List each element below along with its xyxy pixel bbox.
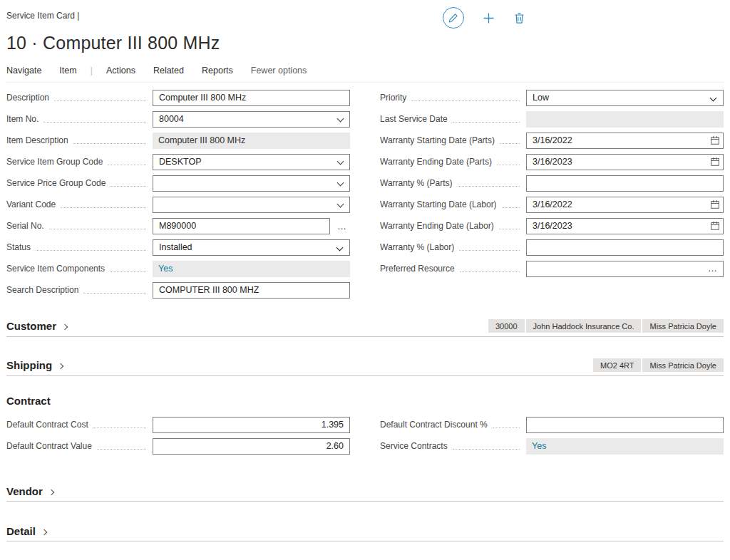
service-item-components-field: Yes — [153, 261, 350, 277]
field-label: Item Description — [6, 135, 68, 145]
field-label: Warranty Ending Date (Parts) — [380, 157, 492, 167]
dotted-leader — [497, 159, 520, 165]
section-divider — [6, 501, 724, 502]
field-label: Last Service Date — [380, 114, 448, 124]
menu-separator: | — [91, 66, 93, 76]
search-description-input[interactable] — [153, 282, 350, 299]
field-row-warranty-starting-date-labor: Warranty Starting Date (Labor) — [380, 194, 724, 215]
description-input[interactable] — [153, 90, 350, 106]
field-row-item-no: Item No. — [6, 108, 350, 130]
section-detail: Detail — [6, 525, 724, 541]
menu-item-actions[interactable]: Actions — [106, 66, 135, 76]
dotted-leader — [499, 223, 520, 229]
section-divider — [6, 336, 724, 337]
section-contract: Contract Default Contract Cost Default C… — [6, 395, 724, 457]
menu-item-navigate[interactable]: Navigate — [6, 66, 41, 76]
priority-select[interactable]: Low — [526, 90, 724, 106]
service-item-components-link[interactable]: Yes — [158, 264, 173, 274]
field-row-warranty-pct-labor: Warranty % (Labor) — [380, 237, 724, 258]
field-label: Preferred Resource — [380, 264, 455, 274]
field-row-search-description: Search Description — [6, 279, 350, 301]
section-header: Vendor — [6, 485, 724, 497]
item-no-input[interactable] — [153, 111, 350, 128]
shipping-contact-badge[interactable]: Miss Patricia Doyle — [642, 358, 724, 372]
chevron-right-icon — [58, 363, 63, 368]
field-label: Description — [6, 93, 49, 103]
variant-code-input[interactable] — [153, 197, 350, 213]
section-vendor: Vendor — [6, 485, 724, 502]
section-title-vendor[interactable]: Vendor — [6, 485, 43, 497]
calendar-icon[interactable] — [710, 221, 720, 231]
dotted-leader — [36, 244, 146, 251]
dotted-leader — [502, 202, 520, 208]
warranty-ending-date-parts-input[interactable] — [526, 154, 724, 170]
status-select[interactable]: Installed — [153, 239, 350, 256]
service-contracts-link[interactable]: Yes — [532, 441, 546, 451]
assist-edit-icon[interactable]: … — [708, 263, 718, 274]
contract-left-column: Default Contract Cost Default Contract V… — [6, 414, 350, 457]
warranty-pct-parts-input[interactable] — [526, 175, 724, 192]
add-icon[interactable] — [483, 12, 495, 24]
service-price-group-code-input[interactable] — [153, 175, 350, 192]
field-label: Default Contract Value — [6, 441, 92, 451]
field-label: Serial No. — [6, 221, 44, 231]
dotted-leader — [110, 266, 146, 272]
field-row-service-price-group-code: Service Price Group Code — [6, 172, 350, 194]
field-label: Warranty Starting Date (Parts) — [380, 135, 495, 145]
default-contract-cost-input[interactable] — [153, 417, 350, 433]
card-action-icons — [443, 7, 525, 28]
serial-no-input[interactable] — [153, 218, 330, 234]
delete-icon[interactable] — [513, 12, 525, 24]
service-item-group-code-input[interactable] — [153, 154, 350, 170]
preferred-resource-input[interactable] — [526, 261, 724, 277]
assist-edit-icon[interactable]: … — [337, 221, 347, 232]
select-value: Installed — [159, 242, 192, 252]
calendar-icon[interactable] — [710, 157, 720, 167]
dotted-leader — [97, 443, 146, 450]
service-item-card-page: Service Item Card | 10 · Computer III 80… — [0, 0, 730, 541]
shipping-postcode-badge[interactable]: MO2 4RT — [593, 358, 641, 372]
calendar-icon[interactable] — [710, 199, 720, 209]
chevron-right-icon — [41, 529, 47, 534]
customer-name-badge[interactable]: John Haddock Insurance Co. — [526, 319, 642, 333]
warranty-pct-labor-input[interactable] — [526, 239, 724, 256]
menu-item-fewer-options[interactable]: Fewer options — [251, 66, 307, 76]
menu-item-item[interactable]: Item — [59, 66, 76, 76]
dotted-leader — [453, 443, 520, 450]
customer-contact-badge[interactable]: Miss Patricia Doyle — [642, 319, 724, 333]
field-label: Service Contracts — [380, 441, 448, 451]
section-title-contract[interactable]: Contract — [6, 395, 51, 407]
default-contract-discount-input[interactable] — [526, 417, 724, 433]
warranty-ending-date-labor-input[interactable] — [526, 218, 724, 234]
field-label: Warranty Ending Date (Labor) — [380, 221, 494, 231]
warranty-starting-date-parts-input[interactable] — [526, 133, 724, 149]
section-title-customer[interactable]: Customer — [6, 320, 56, 332]
field-label: Priority — [380, 93, 406, 103]
section-title-detail[interactable]: Detail — [6, 525, 36, 537]
dotted-leader — [108, 159, 146, 165]
customer-no-badge[interactable]: 30000 — [488, 319, 525, 333]
contract-right-column: Default Contract Discount % Service Cont… — [380, 414, 724, 457]
field-label: Warranty % (Parts) — [380, 178, 453, 188]
menu-item-reports[interactable]: Reports — [202, 66, 233, 76]
last-service-date-readonly — [526, 111, 724, 128]
field-row-variant-code: Variant Code — [6, 194, 350, 215]
section-divider — [6, 375, 724, 376]
section-customer: Customer 30000 John Haddock Insurance Co… — [6, 319, 724, 337]
general-fastab: Description Item No. Item Description Co… — [6, 87, 724, 301]
edit-icon[interactable] — [443, 7, 464, 28]
field-label: Variant Code — [6, 199, 56, 209]
default-contract-value-input[interactable] — [153, 438, 350, 455]
warranty-starting-date-labor-input[interactable] — [526, 197, 724, 213]
field-row-last-service-date: Last Service Date — [380, 108, 724, 130]
calendar-icon[interactable] — [710, 135, 720, 145]
field-row-warranty-pct-parts: Warranty % (Parts) — [380, 172, 724, 194]
field-row-warranty-ending-date-labor: Warranty Ending Date (Labor) — [380, 215, 724, 237]
section-divider — [6, 541, 724, 541]
breadcrumb[interactable]: Service Item Card | — [6, 11, 79, 21]
section-title-shipping[interactable]: Shipping — [6, 359, 52, 371]
field-row-default-contract-value: Default Contract Value — [6, 435, 350, 457]
menu-item-related[interactable]: Related — [153, 66, 184, 76]
field-row-item-description: Item Description Computer III 800 MHz — [6, 130, 350, 151]
field-row-default-contract-discount: Default Contract Discount % — [380, 414, 724, 435]
